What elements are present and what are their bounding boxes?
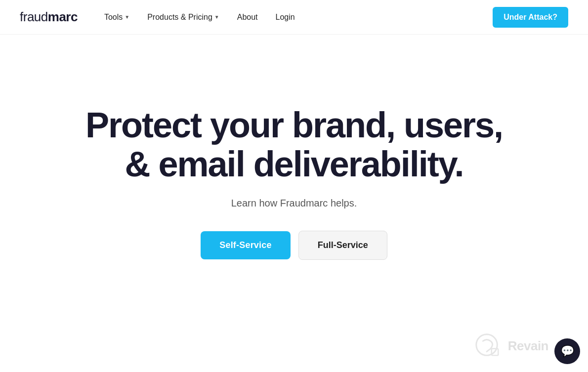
self-service-button[interactable]: Self-Service bbox=[201, 231, 290, 259]
nav-label-products-pricing: Products & Pricing bbox=[147, 13, 212, 22]
nav-item-login[interactable]: Login bbox=[269, 9, 302, 26]
nav-label-tools: Tools bbox=[104, 13, 123, 22]
navbar: fraudmarc Tools ▼ Products & Pricing ▼ A… bbox=[0, 0, 588, 35]
hero-title-line1: Protect your brand, users, bbox=[85, 105, 503, 145]
chat-bubble-button[interactable]: 💬 bbox=[554, 338, 580, 364]
hero-title-line2: & email deliverability. bbox=[125, 144, 463, 184]
revain-watermark: Revain bbox=[473, 331, 548, 360]
revain-text: Revain bbox=[508, 338, 548, 354]
hero-title: Protect your brand, users, & email deliv… bbox=[85, 106, 503, 184]
full-service-button[interactable]: Full-Service bbox=[298, 231, 387, 260]
nav-label-login: Login bbox=[276, 13, 295, 22]
hero-buttons: Self-Service Full-Service bbox=[201, 231, 387, 260]
nav-links: Tools ▼ Products & Pricing ▼ About Login bbox=[97, 9, 302, 26]
under-attack-button[interactable]: Under Attack? bbox=[493, 7, 568, 28]
chat-icon: 💬 bbox=[561, 345, 574, 358]
logo-light-text: fraud bbox=[20, 9, 48, 24]
chevron-down-icon: ▼ bbox=[214, 14, 219, 20]
chevron-down-icon: ▼ bbox=[125, 14, 129, 20]
hero-section: Protect your brand, users, & email deliv… bbox=[0, 35, 588, 321]
nav-item-about[interactable]: About bbox=[230, 9, 265, 26]
brand-logo[interactable]: fraudmarc bbox=[20, 9, 78, 25]
nav-item-tools[interactable]: Tools ▼ bbox=[97, 9, 136, 26]
logo-bold-text: marc bbox=[48, 9, 78, 24]
nav-label-about: About bbox=[237, 13, 258, 22]
hero-subtitle: Learn how Fraudmarc helps. bbox=[231, 198, 357, 209]
revain-logo-icon bbox=[473, 331, 502, 360]
nav-item-products-pricing[interactable]: Products & Pricing ▼ bbox=[140, 9, 226, 26]
